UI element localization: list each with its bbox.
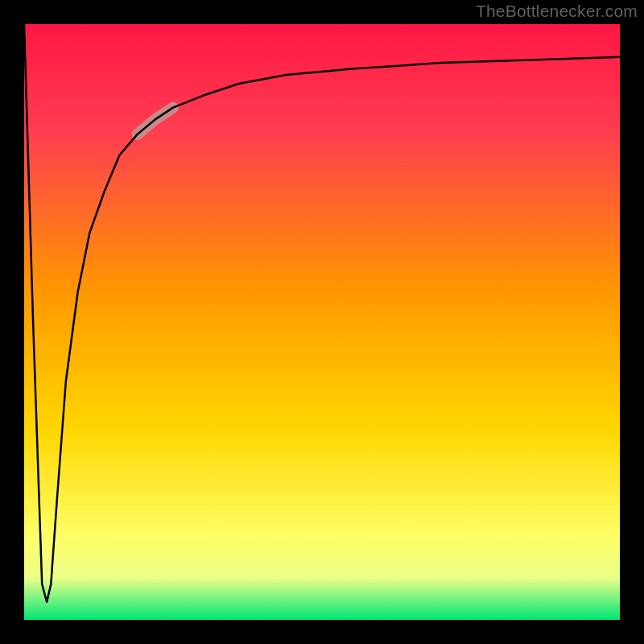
gradient-background (24, 24, 620, 620)
chart-canvas (24, 24, 620, 620)
attribution-watermark: TheBottlenecker.com (476, 2, 638, 21)
chart-frame: TheBottlenecker.com (0, 0, 644, 644)
plot-area (24, 24, 620, 620)
